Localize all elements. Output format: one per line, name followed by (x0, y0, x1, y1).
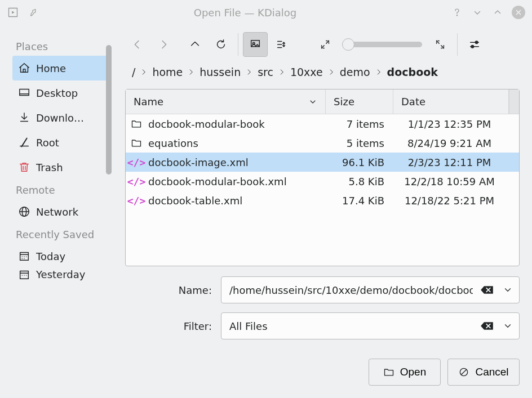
clear-icon[interactable] (479, 284, 495, 296)
sidebar-item-network[interactable]: Network (12, 199, 108, 224)
nav-back-button[interactable] (125, 32, 150, 57)
trash-icon (18, 161, 30, 173)
calendar-icon (18, 269, 30, 281)
sidebar-item-desktop[interactable]: Desktop (12, 81, 108, 105)
chevron-down-icon[interactable] (502, 284, 514, 296)
pin-icon[interactable] (27, 6, 39, 19)
file-header: Name Size Date (126, 90, 519, 114)
view-icons-button[interactable] (243, 32, 268, 57)
sidebar-item-root[interactable]: Root (12, 130, 108, 155)
column-header-name[interactable]: Name (126, 90, 326, 114)
nav-forward-button[interactable] (151, 32, 176, 57)
file-row[interactable]: </>docbook-table.xml17.4 KiB12/18/22 5:2… (126, 191, 519, 210)
folder-icon (130, 118, 143, 130)
sidebar-item-trash[interactable]: Trash (12, 155, 108, 180)
file-name: docbook-image.xml (148, 156, 249, 168)
sidebar-item-label: Today (36, 251, 65, 262)
filter-value: All Files (229, 320, 268, 332)
file-name: docbook-modular-book.xml (148, 176, 287, 187)
chevron-right-icon (375, 66, 383, 78)
svg-line-48 (462, 369, 467, 374)
column-header-size[interactable]: Size (326, 90, 393, 114)
settings-button[interactable] (462, 32, 487, 57)
chevron-down-icon[interactable] (502, 320, 514, 332)
chevron-right-icon (245, 66, 253, 78)
breadcrumb-item[interactable]: demo (339, 65, 371, 79)
svg-rect-6 (20, 90, 29, 96)
file-name: equations (148, 137, 198, 149)
view-list-button[interactable] (269, 32, 294, 57)
sidebar-item-label: Trash (36, 162, 63, 173)
zoom-in-button[interactable] (428, 32, 453, 57)
file-row[interactable]: </>docbook-image.xml96.1 KiB2/3/23 12:11… (126, 153, 519, 172)
sidebar-item-label: Home (36, 62, 66, 74)
open-button[interactable]: Open (369, 359, 441, 386)
breadcrumb-item[interactable]: hussein (198, 65, 242, 79)
file-list[interactable]: docbook-modular-book7 items1/1/23 12:35 … (126, 114, 519, 266)
breadcrumb: / home hussein src 10xxe demo docbook (125, 60, 520, 84)
zoom-slider[interactable] (343, 42, 422, 47)
svg-marker-1 (12, 11, 14, 14)
minimize-icon[interactable] (471, 6, 484, 19)
breadcrumb-item[interactable]: src (256, 65, 274, 79)
file-size: 17.4 KiB (326, 195, 393, 207)
file-date: 12/18/22 5:21 PM (393, 195, 519, 207)
file-size: 5 items (326, 137, 393, 149)
app-menu-icon[interactable] (7, 6, 19, 19)
calendar-icon (18, 250, 30, 262)
desktop-icon (18, 87, 30, 99)
name-label: Name: (125, 284, 221, 296)
column-header-label: Date (401, 96, 425, 108)
column-header-date[interactable]: Date (393, 90, 509, 114)
places-heading: Places (12, 41, 108, 56)
reload-button[interactable] (209, 32, 233, 57)
file-date: 2/3/23 12:11 PM (393, 156, 519, 168)
file-pane: Name Size Date docbook-modular-book7 ite… (125, 89, 520, 266)
clear-icon[interactable] (479, 320, 495, 332)
filter-select[interactable]: All Files (221, 312, 520, 339)
recent-heading: Recently Saved (12, 224, 108, 244)
breadcrumb-root[interactable]: / (131, 65, 136, 79)
file-name: docbook-modular-book (148, 118, 265, 130)
sidebar-item-today[interactable]: Today (12, 244, 108, 269)
column-header-label: Size (334, 96, 354, 108)
sidebar-scrollbar[interactable] (106, 45, 112, 175)
svg-rect-5 (23, 69, 25, 72)
sidebar-item-downloads[interactable]: Downlo… (12, 105, 108, 130)
sidebar-item-label: Desktop (36, 87, 78, 99)
file-size: 7 items (326, 118, 393, 130)
sidebar-item-home[interactable]: Home (12, 56, 108, 81)
breadcrumb-item-current[interactable]: docbook (386, 65, 439, 79)
zoom-out-button[interactable] (313, 32, 338, 57)
file-scrollbar-track[interactable] (509, 90, 519, 114)
toolbar (125, 29, 520, 60)
file-size: 96.1 KiB (326, 156, 393, 168)
button-label: Cancel (475, 366, 508, 378)
remote-heading: Remote (12, 180, 108, 199)
window-title: Open File — KDialog (39, 7, 451, 19)
close-icon[interactable] (512, 6, 525, 19)
help-icon[interactable] (451, 6, 463, 19)
sidebar-item-label: Network (36, 206, 78, 218)
file-row[interactable]: docbook-modular-book7 items1/1/23 12:35 … (126, 114, 519, 133)
breadcrumb-item[interactable]: home (151, 65, 184, 79)
xml-file-icon: </> (130, 175, 143, 187)
file-row[interactable]: equations5 items8/24/19 9:21 AM (126, 133, 519, 153)
maximize-icon[interactable] (491, 6, 504, 19)
zoom-slider-knob[interactable] (342, 38, 354, 51)
sidebar-item-yesterday[interactable]: Yesterday (12, 269, 108, 285)
nav-up-button[interactable] (183, 32, 207, 57)
breadcrumb-item[interactable]: 10xxe (289, 65, 324, 79)
file-row[interactable]: </>docbook-modular-book.xml5.8 KiB12/2/1… (126, 172, 519, 191)
chevron-right-icon (327, 66, 335, 78)
places-panel: Places Home Desktop Downlo… Root Trash R… (12, 25, 108, 386)
sidebar-item-label: Yesterday (36, 269, 85, 280)
toolbar-separator (238, 33, 238, 56)
name-input[interactable] (221, 276, 520, 303)
cancel-button[interactable]: Cancel (447, 359, 520, 386)
svg-point-40 (475, 41, 478, 44)
download-icon (18, 111, 30, 124)
filter-label: Filter: (125, 320, 221, 332)
svg-line-10 (21, 138, 26, 147)
svg-point-42 (471, 45, 474, 48)
